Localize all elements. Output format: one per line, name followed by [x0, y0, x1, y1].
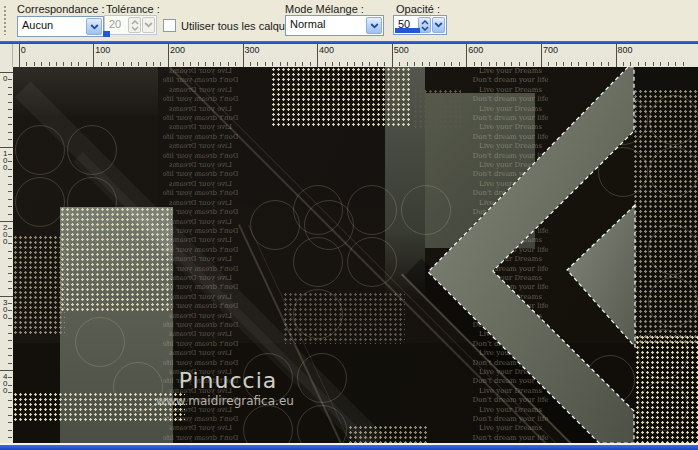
ruler-label: 400: [319, 45, 334, 55]
ruler-tick: [205, 62, 206, 66]
ruler-tick: [183, 62, 184, 66]
ruler-tick: [630, 62, 631, 66]
ruler-tick: [608, 62, 609, 66]
ruler-tick: [8, 348, 12, 349]
ruler-tick: [377, 62, 378, 66]
ruler-tick: [8, 281, 12, 282]
chevron-down-icon[interactable]: [142, 17, 155, 33]
ruler-label: 400: [3, 373, 7, 394]
ruler-label: 300: [245, 45, 260, 55]
vertical-ruler: 0100200300400: [0, 67, 13, 443]
ruler-tick: [474, 62, 475, 66]
ruler-tick: [466, 44, 467, 67]
horizontal-ruler: 0100200300400500600700800: [13, 44, 698, 67]
window-border-bottom: [0, 445, 698, 450]
toolbar-grip-handle[interactable]: [3, 5, 8, 35]
ruler-tick: [93, 44, 94, 67]
ruler-tick: [168, 44, 169, 67]
blend-mode-select[interactable]: Normal: [285, 15, 384, 36]
ruler-tick: [26, 62, 27, 66]
ruler-tick: [8, 318, 12, 319]
tolerance-spinner[interactable]: 20: [104, 15, 157, 35]
ruler-tick: [8, 430, 12, 431]
ruler-tick: [8, 169, 12, 170]
use-all-layers-label: Utiliser tous les calques: [181, 20, 297, 32]
opacity-spinner[interactable]: 50: [393, 15, 447, 35]
ruler-tick: [8, 415, 12, 416]
ruler-label: 300: [3, 299, 7, 320]
ruler-tick: [116, 62, 117, 66]
ruler-tick: [571, 62, 572, 66]
ruler-tick: [8, 79, 12, 80]
ruler-tick: [56, 62, 57, 66]
tolerance-mini-slider[interactable]: [103, 31, 110, 37]
ruler-label: 0: [21, 45, 26, 55]
ruler-tick: [586, 62, 587, 66]
ruler-label: 600: [468, 45, 483, 55]
ruler-tick: [660, 62, 661, 66]
ruler-tick: [645, 62, 646, 66]
ruler-tick: [8, 199, 12, 200]
ruler-label: 100: [3, 150, 7, 171]
ruler-tick: [0, 370, 13, 371]
correspondance-select[interactable]: Aucun: [17, 16, 104, 37]
ruler-corner: [0, 44, 13, 67]
ruler-tick: [228, 62, 229, 66]
ruler-tick: [459, 62, 460, 66]
ruler-tick: [302, 62, 303, 66]
ruler-tick: [287, 62, 288, 66]
ruler-tick: [8, 161, 12, 162]
ruler-label: 800: [618, 45, 633, 55]
ruler-tick: [280, 62, 281, 66]
ruler-tick: [123, 62, 124, 66]
ruler-tick: [8, 228, 12, 229]
ruler-tick: [8, 184, 12, 185]
ruler-tick: [272, 62, 273, 66]
chevron-down-icon[interactable]: [86, 18, 102, 35]
chevron-down-icon[interactable]: [432, 17, 445, 33]
ruler-tick: [0, 72, 13, 73]
ruler-tick: [190, 62, 191, 66]
use-all-layers-checkbox[interactable]: [163, 19, 176, 32]
ruler-tick: [34, 62, 35, 66]
ruler-tick: [436, 62, 437, 66]
ruler-tick: [310, 62, 311, 66]
ruler-tick: [78, 62, 79, 66]
ruler-tick: [8, 422, 12, 423]
ruler-tick: [541, 44, 542, 67]
ruler-tick: [354, 62, 355, 66]
ruler-tick: [8, 124, 12, 125]
ruler-tick: [481, 62, 482, 66]
ruler-tick: [8, 273, 12, 274]
canvas[interactable]: Live your DreamsDon't dream your lifeLiv…: [13, 67, 698, 443]
ruler-tick: [504, 62, 505, 66]
ruler-tick: [526, 62, 527, 66]
tolerance-value: 20: [109, 18, 121, 30]
ruler-tick: [578, 62, 579, 66]
ruler-tick: [496, 62, 497, 66]
ruler-tick: [8, 333, 12, 334]
ruler-tick: [8, 340, 12, 341]
correspondance-label: Correspondance :: [17, 3, 104, 15]
ruler-tick: [444, 62, 445, 66]
ruler-tick: [175, 62, 176, 66]
ruler-tick: [347, 62, 348, 66]
blend-mode-label: Mode Mélange :: [285, 3, 364, 15]
ruler-tick: [8, 266, 12, 267]
ruler-tick: [295, 62, 296, 66]
ruler-tick: [160, 62, 161, 66]
ruler-tick: [638, 62, 639, 66]
ruler-tick: [0, 147, 13, 148]
ruler-tick: [8, 236, 12, 237]
ruler-label: 700: [543, 45, 558, 55]
ruler-tick: [0, 221, 13, 222]
ruler-tick: [8, 251, 12, 252]
ruler-tick: [339, 62, 340, 66]
ruler-tick: [369, 62, 370, 66]
ruler-tick: [138, 62, 139, 66]
ruler-tick: [8, 139, 12, 140]
ruler-tick: [8, 355, 12, 356]
spin-up-down-icon[interactable]: [128, 17, 141, 33]
chevron-down-icon[interactable]: [366, 17, 382, 34]
ruler-tick: [8, 206, 12, 207]
